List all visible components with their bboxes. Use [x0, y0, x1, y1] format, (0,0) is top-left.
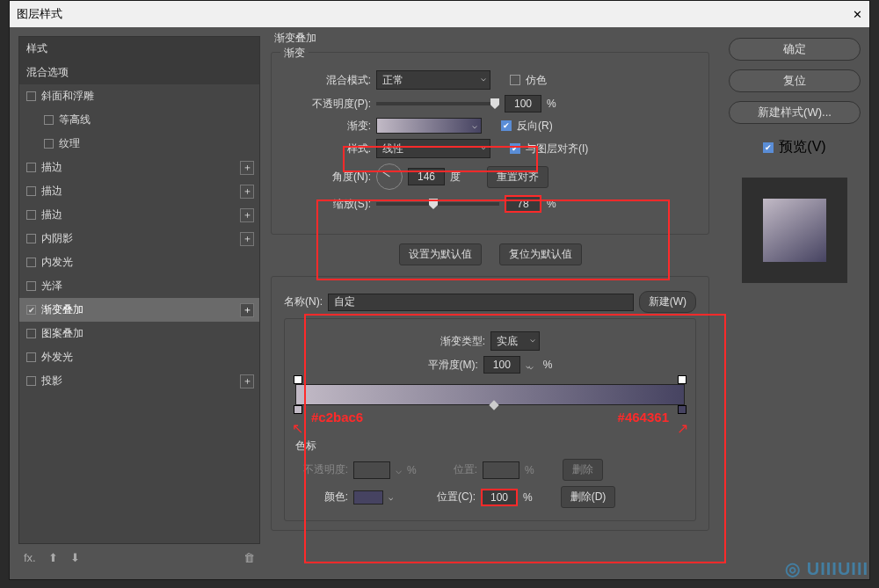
checkbox[interactable] — [26, 258, 36, 267]
new-style-button[interactable]: 新建样式(W)... — [729, 101, 861, 124]
gradient-picker[interactable] — [376, 118, 482, 134]
sidebar-item-5[interactable]: 描边＋ — [19, 203, 259, 227]
down-icon[interactable]: ⬇ — [70, 551, 80, 564]
gradient-label: 渐变: — [287, 119, 371, 134]
plus-icon[interactable]: ＋ — [240, 374, 254, 388]
sidebar-item-9[interactable]: 渐变叠加＋ — [19, 298, 259, 322]
checkbox[interactable] — [26, 210, 36, 220]
angle-input[interactable] — [408, 168, 445, 185]
section-title: 渐变叠加 — [274, 31, 316, 46]
color-swatch[interactable] — [353, 490, 383, 505]
trash-icon[interactable]: 🗑 — [243, 551, 255, 564]
blend-mode-select[interactable]: 正常 — [376, 70, 490, 90]
name-label: 名称(N): — [284, 294, 323, 309]
align-label: 与图层对齐(I) — [526, 142, 588, 156]
gradient-panel: 渐变 混合模式: 正常 仿色 不透明度(P): % 渐变: — [271, 52, 709, 235]
style-label: 样式: — [287, 142, 371, 156]
plus-icon[interactable]: ＋ — [240, 208, 254, 222]
grad-type-label: 渐变类型: — [440, 334, 485, 349]
smooth-label: 平滑度(M): — [428, 358, 478, 373]
checkbox[interactable] — [44, 115, 54, 125]
checkbox[interactable] — [26, 305, 36, 315]
grad-type-select[interactable]: 实底 — [490, 331, 540, 351]
checkbox[interactable] — [26, 234, 36, 243]
scale-input[interactable] — [505, 195, 541, 213]
checkbox[interactable] — [26, 352, 36, 362]
checkbox[interactable] — [26, 329, 36, 338]
hex-right: #464361 — [618, 410, 669, 425]
color-pos-input[interactable] — [481, 489, 518, 506]
style-select[interactable]: 线性 — [376, 139, 490, 158]
plus-icon[interactable]: ＋ — [240, 161, 254, 175]
stops-label: 色标 — [295, 439, 685, 454]
dither-label: 仿色 — [526, 73, 547, 88]
arrow-left-icon: ↖ — [292, 420, 303, 437]
subsection-label: 渐变 — [280, 46, 309, 61]
align-checkbox[interactable] — [510, 143, 520, 154]
sidebar-item-11[interactable]: 外发光 — [19, 345, 259, 369]
angle-label: 角度(N): — [287, 170, 371, 185]
stop-pos-input — [483, 461, 519, 479]
cancel-button[interactable]: 复位 — [729, 69, 861, 92]
name-input[interactable] — [328, 294, 634, 311]
right-panel: 确定 复位 新建样式(W)... 预览(V) — [720, 27, 869, 579]
sidebar-item-10[interactable]: 图案叠加 — [19, 322, 259, 345]
plus-icon[interactable]: ＋ — [240, 232, 254, 246]
arrow-right-icon: ↗ — [677, 420, 688, 437]
checkbox[interactable] — [26, 186, 36, 196]
sidebar-header-styles[interactable]: 样式 — [19, 37, 259, 61]
make-default-button[interactable]: 设置为默认值 — [399, 243, 482, 265]
sidebar-footer: fx. ⬆ ⬇ 🗑 — [18, 544, 260, 570]
angle-dial[interactable] — [376, 163, 403, 190]
new-button[interactable]: 新建(W) — [639, 291, 696, 313]
scale-slider[interactable] — [376, 202, 499, 206]
sidebar-header-blend[interactable]: 混合选项 — [19, 61, 259, 84]
sidebar-item-4[interactable]: 描边＋ — [19, 179, 259, 203]
titlebar: 图层样式 ✕ — [10, 1, 869, 27]
stop-opacity-input — [353, 461, 390, 479]
close-icon[interactable]: ✕ — [853, 8, 862, 21]
reset-default-button[interactable]: 复位为默认值 — [499, 243, 582, 265]
hex-left: #c2bac6 — [311, 410, 363, 425]
sidebar-item-3[interactable]: 描边＋ — [19, 156, 259, 179]
reverse-label: 反向(R) — [517, 119, 553, 134]
fx-icon[interactable]: fx. — [24, 551, 36, 564]
reverse-checkbox[interactable] — [501, 120, 512, 131]
preview-checkbox[interactable] — [763, 142, 774, 153]
ok-button[interactable]: 确定 — [729, 38, 861, 61]
dialog-window: 图层样式 ✕ 样式 混合选项 斜面和浮雕等高线纹理描边＋描边＋描边＋内阴影＋内发… — [9, 0, 870, 580]
blend-label: 混合模式: — [287, 73, 371, 88]
checkbox[interactable] — [26, 91, 36, 101]
checkbox[interactable] — [26, 163, 36, 172]
opacity-input[interactable] — [505, 95, 541, 113]
checkbox[interactable] — [26, 281, 36, 291]
sidebar-item-7[interactable]: 内发光 — [19, 250, 259, 274]
plus-icon[interactable]: ＋ — [240, 185, 254, 199]
delete-opacity-button: 删除 — [563, 459, 603, 481]
preview-box — [742, 178, 847, 283]
dither-checkbox[interactable] — [510, 75, 520, 85]
styles-sidebar: 样式 混合选项 斜面和浮雕等高线纹理描边＋描边＋描边＋内阴影＋内发光光泽渐变叠加… — [10, 27, 260, 579]
sidebar-item-8[interactable]: 光泽 — [19, 274, 259, 298]
sidebar-item-0[interactable]: 斜面和浮雕 — [19, 84, 259, 108]
sidebar-item-2[interactable]: 纹理 — [19, 132, 259, 156]
smooth-input[interactable] — [483, 356, 520, 374]
window-title: 图层样式 — [17, 6, 62, 22]
gradient-bar[interactable]: #c2bac6 #464361 ↖ ↗ — [295, 384, 685, 405]
sidebar-item-6[interactable]: 内阴影＋ — [19, 227, 259, 250]
main-panel: 渐变叠加 渐变 混合模式: 正常 仿色 不透明度(P): % 渐变 — [260, 27, 720, 579]
checkbox[interactable] — [44, 139, 54, 149]
opacity-slider[interactable] — [376, 102, 499, 105]
delete-color-button[interactable]: 删除(D) — [561, 486, 616, 508]
checkbox[interactable] — [26, 376, 36, 386]
plus-icon[interactable]: ＋ — [240, 303, 254, 317]
gradient-editor: 名称(N): 新建(W) 渐变类型: 实底 平滑度(M): ⌵ % — [271, 276, 709, 531]
opacity-label: 不透明度(P): — [287, 97, 371, 112]
reset-align-button[interactable]: 重置对齐 — [487, 166, 548, 188]
up-icon[interactable]: ⬆ — [48, 551, 58, 564]
sidebar-item-12[interactable]: 投影＋ — [19, 369, 259, 393]
watermark: ◎ UIIIUIII — [785, 558, 868, 579]
sidebar-item-1[interactable]: 等高线 — [19, 108, 259, 132]
styles-list: 样式 混合选项 斜面和浮雕等高线纹理描边＋描边＋描边＋内阴影＋内发光光泽渐变叠加… — [18, 36, 260, 544]
scale-label: 缩放(S): — [287, 197, 371, 212]
